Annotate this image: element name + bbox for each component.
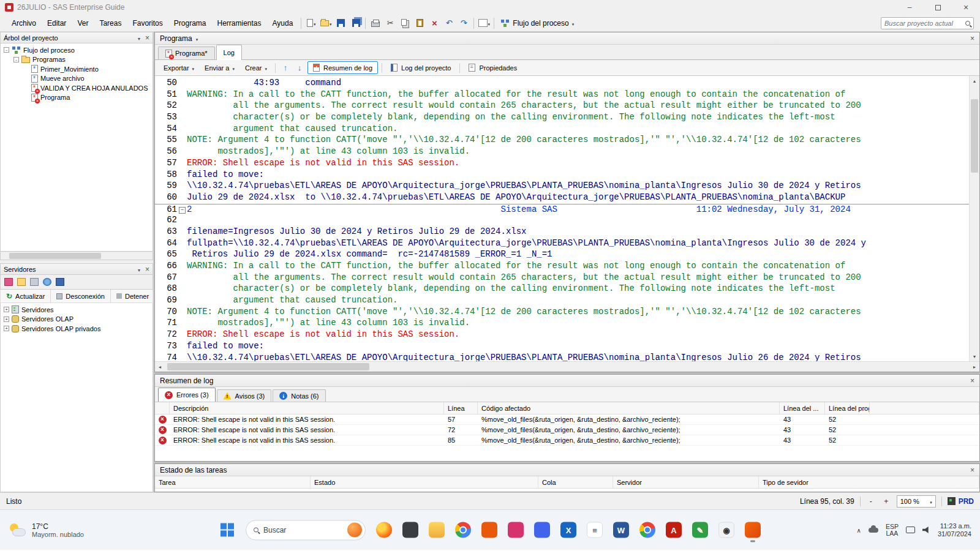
maximize-button[interactable]	[924, 0, 952, 15]
menu-item[interactable]: Programa	[168, 17, 212, 30]
column-header[interactable]: Cola	[538, 476, 613, 488]
dark-app-icon[interactable]	[402, 522, 418, 538]
collapse-marker-icon[interactable]	[178, 341, 187, 353]
log-horizontal-scrollbar[interactable]: ◄ ►	[155, 361, 979, 372]
open-button[interactable]	[318, 16, 333, 31]
scrollbar-thumb[interactable]	[971, 99, 978, 173]
create-menu-button[interactable]: Crear	[241, 62, 271, 74]
error-row[interactable]: ERROR: Shell escape is not valid in this…	[155, 435, 979, 446]
collapse-marker-icon[interactable]	[178, 204, 187, 216]
panel-close-icon[interactable]	[970, 377, 974, 385]
print-button[interactable]	[368, 16, 383, 31]
collapse-marker-icon[interactable]	[178, 238, 187, 250]
display-icon[interactable]	[906, 527, 915, 533]
column-header[interactable]: Línea del prog...	[825, 402, 870, 414]
collapse-marker-icon[interactable]	[178, 78, 187, 89]
log-summary-button[interactable]: Resumen de log	[307, 61, 378, 74]
menu-item[interactable]: Archivo	[6, 17, 42, 30]
log-vertical-scrollbar[interactable]: ▲ ▼	[969, 76, 979, 361]
collapse-marker-icon[interactable]	[178, 272, 187, 284]
panel-close-icon[interactable]	[145, 265, 149, 274]
language-indicator[interactable]: ESP LAA	[886, 523, 899, 537]
column-header[interactable]: Código afectado	[478, 402, 780, 414]
expander-icon[interactable]: +	[4, 317, 9, 322]
cut-button[interactable]	[383, 16, 398, 31]
column-header[interactable]: Servidor	[613, 476, 759, 488]
tree-item[interactable]: + Servidores OLAP	[4, 315, 153, 324]
program-close-icon[interactable]	[970, 34, 974, 43]
column-header[interactable]: Estado	[311, 476, 538, 488]
tab-programa[interactable]: Programa*	[158, 47, 215, 59]
weather-widget[interactable]: 17°C Mayorm. nublado	[9, 522, 84, 538]
paste-button[interactable]	[412, 16, 427, 31]
collapse-marker-icon[interactable]	[178, 89, 187, 101]
previous-item-button[interactable]	[279, 62, 292, 74]
properties-button[interactable]: Propiedades	[464, 62, 522, 73]
scrollbar-thumb[interactable]	[167, 363, 369, 370]
server-action-button[interactable]: Detener	[111, 290, 155, 302]
save-all-button[interactable]	[348, 16, 363, 31]
server-action-button[interactable]: Desconexión	[51, 290, 111, 302]
collapse-marker-icon[interactable]	[178, 307, 187, 318]
collapse-marker-icon[interactable]	[178, 249, 187, 261]
menu-item[interactable]: Ver	[72, 17, 94, 30]
server-tools-icon[interactable]	[30, 278, 39, 286]
send-to-menu-button[interactable]: Enviar a	[200, 62, 239, 74]
tree-item[interactable]: - Flujo del proceso	[4, 45, 153, 55]
error-row[interactable]: ERROR: Shell escape is not valid in this…	[155, 414, 979, 425]
tab-errores[interactable]: Errores (3)	[158, 388, 216, 402]
hidden-icons-chevron[interactable]	[857, 527, 861, 534]
tree-item[interactable]: + Servidores OLAP privados	[4, 324, 153, 334]
excel-blue-icon[interactable]: X	[560, 522, 576, 538]
menu-item[interactable]: Herramientas	[211, 17, 266, 30]
firefox-icon[interactable]	[376, 522, 392, 538]
clock[interactable]: 11:23 a.m. 31/07/2024	[938, 522, 971, 538]
expander-icon[interactable]	[23, 66, 29, 72]
menu-item[interactable]: Tareas	[94, 17, 127, 30]
save-button[interactable]	[333, 16, 348, 31]
new-document-button[interactable]	[304, 16, 318, 31]
cloud-icon[interactable]	[869, 528, 878, 533]
collapse-marker-icon[interactable]	[178, 261, 187, 272]
chevron-down-icon[interactable]	[196, 34, 198, 43]
tree-item[interactable]: VALIDA Y CREA HOJA ANULADOS	[4, 83, 153, 93]
browser-icon[interactable]	[639, 522, 655, 538]
column-header[interactable]: Tipo de sevidor	[759, 476, 979, 488]
project-search-input[interactable]	[884, 20, 965, 27]
expander-icon[interactable]	[23, 76, 29, 81]
panel-menu-icon[interactable]	[138, 266, 140, 273]
column-header[interactable]: Descripción	[170, 402, 444, 414]
collapse-marker-icon[interactable]	[178, 318, 187, 329]
new-library-icon[interactable]	[17, 278, 26, 286]
expander-icon[interactable]	[23, 85, 29, 91]
expander-icon[interactable]: +	[4, 307, 9, 312]
collapse-marker-icon[interactable]	[178, 146, 187, 158]
next-item-button[interactable]	[293, 62, 306, 74]
log-content[interactable]: 50 43:93 command 51 WARNING: In a call t…	[155, 76, 969, 361]
capture-app-icon[interactable]: ◉	[718, 522, 734, 538]
collapse-marker-icon[interactable]	[178, 181, 187, 192]
speaker-icon[interactable]	[922, 527, 930, 534]
tree-item[interactable]: Programa	[4, 93, 153, 103]
collapse-marker-icon[interactable]	[178, 329, 187, 341]
zoom-level-select[interactable]: 100 %	[897, 495, 936, 508]
tab-avisos[interactable]: Avisos (3)	[217, 389, 272, 402]
scroll-left-arrow[interactable]: ◄	[155, 365, 165, 369]
collapse-marker-icon[interactable]	[178, 192, 187, 204]
collapse-marker-icon[interactable]	[178, 170, 187, 181]
green-app-icon[interactable]: ✎	[692, 522, 708, 538]
connect-server-icon[interactable]	[4, 278, 13, 286]
collapse-marker-icon[interactable]	[178, 283, 187, 295]
acrobat-icon[interactable]: A	[666, 522, 682, 538]
server-environment[interactable]: PRD	[948, 497, 974, 506]
panel-close-icon[interactable]	[145, 34, 149, 42]
expander-icon[interactable]: +	[4, 326, 9, 331]
notes-app-icon[interactable]: ≡	[587, 522, 603, 538]
copy-button[interactable]	[398, 16, 412, 31]
minimize-button[interactable]	[895, 0, 924, 15]
collapse-marker-icon[interactable]	[178, 135, 187, 146]
close-button[interactable]	[952, 0, 980, 15]
scroll-right-arrow[interactable]: ►	[970, 365, 979, 369]
file-explorer-icon[interactable]	[429, 522, 445, 538]
tree-item[interactable]: - Programas	[4, 55, 153, 65]
